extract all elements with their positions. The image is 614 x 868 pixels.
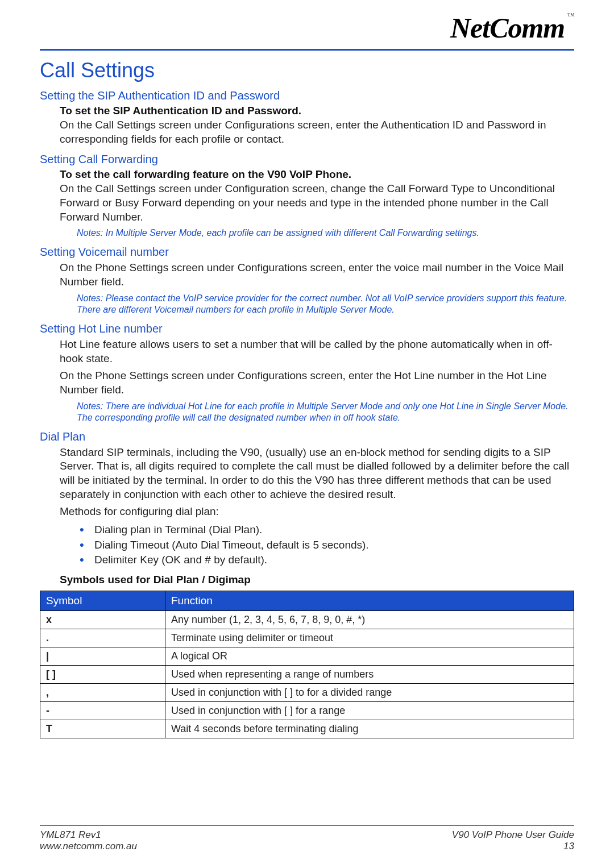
function-cell: Terminate using delimiter or timeout <box>165 629 574 647</box>
symbol-cell: | <box>40 647 165 665</box>
table-row: [ ]Used when representing a range of num… <box>40 665 574 683</box>
table-row: TWait 4 seconds before terminating diali… <box>40 720 574 738</box>
section-heading-hot: Setting Hot Line number <box>40 322 574 335</box>
symbol-cell: [ ] <box>40 665 165 683</box>
footer-left: YML871 Rev1 www.netcomm.com.au <box>40 829 137 852</box>
table-row: ,Used in conjunction with [ ] to for a d… <box>40 683 574 701</box>
brand-name: NetComm <box>450 12 565 44</box>
symbols-table: Symbol Function xAny number (1, 2, 3, 4,… <box>40 591 574 738</box>
section-heading-vm: Setting Voicemail number <box>40 246 574 259</box>
fwd-note: Notes: In Multiple Server Mode, each pro… <box>77 227 574 239</box>
table-row: xAny number (1, 2, 3, 4, 5, 6, 7, 8, 9, … <box>40 610 574 629</box>
list-item: Dialing Timeout (Auto Dial Timeout, defa… <box>80 538 574 553</box>
section-heading-sip: Setting the SIP Authentication ID and Pa… <box>40 89 574 102</box>
page-footer: YML871 Rev1 www.netcomm.com.au V90 VoIP … <box>40 825 574 852</box>
hot-note: Notes: There are individual Hot Line for… <box>77 401 574 423</box>
dial-bullets: Dialing plan in Terminal (Dial Plan). Di… <box>80 522 574 568</box>
table-row: |A logical OR <box>40 647 574 665</box>
function-cell: Used in conjunction with [ ] for a range <box>165 701 574 720</box>
col-header-symbol: Symbol <box>40 591 165 610</box>
table-title: Symbols used for Dial Plan / Digimap <box>60 574 574 586</box>
sip-body: On the Call Settings screen under Config… <box>60 118 574 146</box>
function-cell: Wait 4 seconds before terminating dialin… <box>165 720 574 738</box>
hot-body1: Hot Line feature allows users to set a n… <box>60 338 574 366</box>
page-header: NetComm™ <box>40 11 574 51</box>
footer-right: V90 VoIP Phone User Guide 13 <box>452 829 574 852</box>
vm-body: On the Phone Settings screen under Confi… <box>60 261 574 289</box>
section-heading-fwd: Setting Call Forwarding <box>40 153 574 166</box>
page-title: Call Settings <box>40 59 574 82</box>
col-header-function: Function <box>165 591 574 610</box>
list-item: Delimiter Key (OK and # by default). <box>80 553 574 568</box>
function-cell: Used when representing a range of number… <box>165 665 574 683</box>
table-row: -Used in conjunction with [ ] for a rang… <box>40 701 574 720</box>
hot-body2: On the Phone Settings screen under Confi… <box>60 369 574 397</box>
doc-title: V90 VoIP Phone User Guide <box>452 829 574 841</box>
symbol-cell: . <box>40 629 165 647</box>
dial-body2: Methods for configuring dial plan: <box>60 505 574 519</box>
doc-id: YML871 Rev1 <box>40 829 137 841</box>
symbol-cell: - <box>40 701 165 720</box>
brand-logo: NetComm™ <box>450 11 574 44</box>
section-heading-dial: Dial Plan <box>40 430 574 443</box>
symbol-cell: x <box>40 610 165 629</box>
function-cell: Any number (1, 2, 3, 4, 5, 6, 7, 8, 9, 0… <box>165 610 574 629</box>
trademark-icon: ™ <box>567 11 574 20</box>
function-cell: A logical OR <box>165 647 574 665</box>
vm-note: Notes: Please contact the VoIP service p… <box>77 293 574 315</box>
list-item: Dialing plan in Terminal (Dial Plan). <box>80 522 574 538</box>
fwd-body: On the Call Settings screen under Config… <box>60 182 574 224</box>
symbol-cell: T <box>40 720 165 738</box>
sip-lead: To set the SIP Authentication ID and Pas… <box>60 105 574 117</box>
symbol-cell: , <box>40 683 165 701</box>
fwd-lead: To set the call forwarding feature on th… <box>60 168 574 181</box>
dial-body1: Standard SIP terminals, including the V9… <box>60 446 574 502</box>
page-number: 13 <box>452 841 574 852</box>
function-cell: Used in conjunction with [ ] to for a di… <box>165 683 574 701</box>
table-row: .Terminate using delimiter or timeout <box>40 629 574 647</box>
doc-url: www.netcomm.com.au <box>40 841 137 852</box>
